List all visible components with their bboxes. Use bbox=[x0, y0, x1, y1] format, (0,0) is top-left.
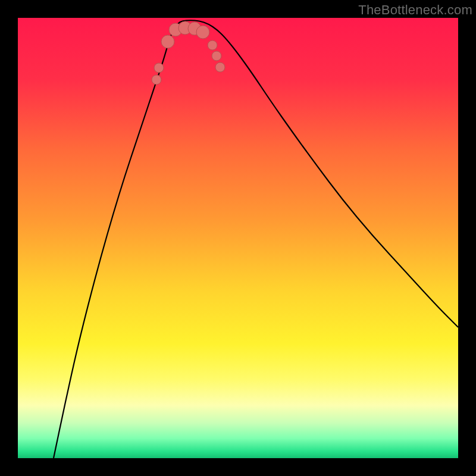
bottleneck-curve bbox=[54, 20, 458, 458]
valley-marker bbox=[154, 63, 164, 73]
curve-layer bbox=[18, 18, 458, 458]
chart-frame: TheBottleneck.com bbox=[0, 0, 476, 476]
valley-marker bbox=[152, 75, 161, 84]
valley-marker bbox=[208, 40, 217, 50]
valley-marker bbox=[215, 62, 225, 72]
valley-marker bbox=[161, 35, 174, 48]
valley-marker bbox=[212, 51, 221, 61]
watermark-text: TheBottleneck.com bbox=[358, 2, 472, 18]
plot-area bbox=[18, 18, 458, 458]
valley-marker bbox=[196, 26, 209, 39]
valley-markers bbox=[152, 21, 225, 84]
